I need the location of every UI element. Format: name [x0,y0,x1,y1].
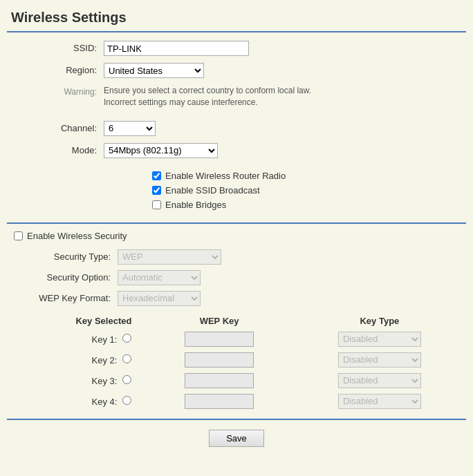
mode-select[interactable]: 54Mbps (802.11g) 11Mbps (802.11b) 300Mbp… [104,143,218,158]
security-option-label: Security Option: [7,272,118,283]
region-control: United States Europe Asia Australia [104,63,466,78]
col-key-type: Key Type [293,313,466,329]
enable-bridges-checkbox[interactable] [152,200,161,209]
mode-control: 54Mbps (802.11g) 11Mbps (802.11b) 300Mbp… [104,143,466,158]
wireless-settings-section: SSID: Region: United States Europe Asia … [0,32,473,222]
security-type-row: Security Type: WEP WPA WPA2 [7,249,466,265]
table-row: Key 2: Disabled 64bit 128bit 152bit [7,350,466,370]
wep-key-input-2[interactable] [185,352,254,368]
key-radio-3[interactable] [122,375,131,384]
enable-wireless-security-row: Enable Wireless Security [14,231,466,241]
security-section: Enable Wireless Security Security Type: … [0,224,473,419]
security-option-select[interactable]: Automatic Open System Shared Key [118,270,201,285]
ssid-control [104,41,466,56]
key-label-4: Key 4: [92,397,118,407]
save-button[interactable]: Save [209,430,264,447]
enable-wireless-security-label: Enable Wireless Security [27,231,127,241]
security-type-label: Security Type: [7,251,118,262]
key-radio-1[interactable] [122,334,131,343]
enable-ssid-broadcast-row: Enable SSID Broadcast [152,185,466,196]
region-select[interactable]: United States Europe Asia Australia [104,63,204,78]
channel-label: Channel: [7,121,104,133]
warning-control: Ensure you select a correct country to c… [104,85,466,108]
region-label: Region: [7,63,104,75]
table-row: Key 3: Disabled 64bit 128bit 152bit [7,370,466,391]
enable-wireless-security-checkbox[interactable] [14,231,23,240]
warning-text: Ensure you select a correct country to c… [104,85,339,108]
key-type-select-4[interactable]: Disabled 64bit 128bit 152bit [338,394,421,409]
key-type-select-1[interactable]: Disabled 64bit 128bit 152bit [338,332,421,347]
enable-bridges-row: Enable Bridges [152,200,466,210]
mode-label: Mode: [7,143,104,155]
key-type-select-3[interactable]: Disabled 64bit 128bit 152bit [338,373,421,388]
wep-key-input-4[interactable] [185,394,254,409]
wep-key-format-select[interactable]: Hexadecimal ASCII [118,291,201,306]
col-wep-key: WEP Key [145,313,293,329]
table-row: Key 4: Disabled 64bit 128bit 152bit [7,391,466,412]
enable-wireless-router-radio-label: Enable Wireless Router Radio [165,171,286,181]
security-option-row: Security Option: Automatic Open System S… [7,270,466,285]
wep-key-format-row: WEP Key Format: Hexadecimal ASCII [7,291,466,306]
enable-wireless-router-radio-checkbox[interactable] [152,171,161,180]
table-row: Key 1: Disabled 64bit 128bit 152bit [7,329,466,350]
channel-control: 12345 6789 10111213Auto [104,121,466,136]
ssid-label: SSID: [7,41,104,53]
warning-row: Warning: Ensure you select a correct cou… [7,85,466,108]
enable-ssid-broadcast-label: Enable SSID Broadcast [165,185,260,196]
save-section: Save [0,420,473,457]
wep-key-format-label: WEP Key Format: [7,293,118,303]
enable-bridges-label: Enable Bridges [165,200,226,210]
key-table: Key Selected WEP Key Key Type Key 1: Dis… [7,313,466,412]
key-label-2: Key 2: [92,355,118,365]
page-title: Wireless Settings [0,0,473,31]
channel-select[interactable]: 12345 6789 10111213Auto [104,121,156,136]
security-type-select[interactable]: WEP WPA WPA2 [118,249,221,265]
wep-key-input-3[interactable] [185,373,254,388]
enable-wireless-router-radio-row: Enable Wireless Router Radio [152,171,466,181]
col-key-selected: Key Selected [7,313,145,329]
warning-label: Warning: [7,85,104,97]
region-row: Region: United States Europe Asia Austra… [7,63,466,78]
page-container: Wireless Settings SSID: Region: United S… [0,0,473,476]
ssid-input[interactable] [104,41,249,56]
mode-row: Mode: 54Mbps (802.11g) 11Mbps (802.11b) … [7,143,466,158]
key-type-select-2[interactable]: Disabled 64bit 128bit 152bit [338,352,421,368]
wep-key-input-1[interactable] [185,332,254,347]
key-radio-4[interactable] [122,396,131,405]
ssid-row: SSID: [7,41,466,56]
key-label-1: Key 1: [92,334,118,345]
channel-row: Channel: 12345 6789 10111213Auto [7,121,466,136]
key-radio-2[interactable] [122,354,131,363]
enable-ssid-broadcast-checkbox[interactable] [152,186,161,195]
key-label-3: Key 3: [92,376,118,386]
